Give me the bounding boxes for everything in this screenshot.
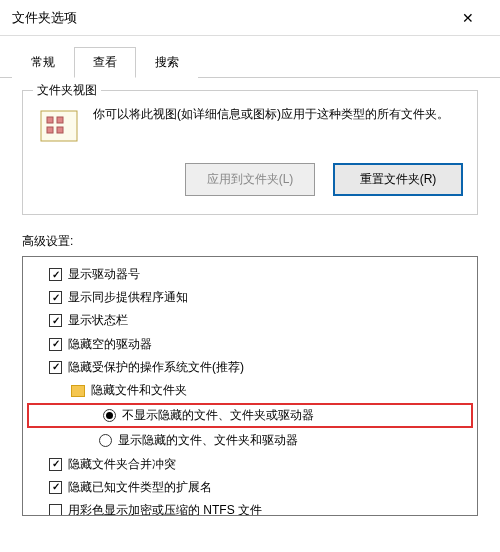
tree-checkbox-item[interactable]: 用彩色显示加密或压缩的 NTFS 文件: [27, 499, 473, 516]
svg-rect-1: [47, 117, 53, 123]
apply-to-folders-button: 应用到文件夹(L): [185, 163, 315, 196]
titlebar: 文件夹选项 ✕: [0, 0, 500, 36]
folder-view-group: 文件夹视图 你可以将此视图(如详细信息或图标)应用于这种类型的所有文件夹。 应用…: [22, 90, 478, 215]
advanced-settings-list[interactable]: 显示驱动器号显示同步提供程序通知显示状态栏隐藏空的驱动器隐藏受保护的操作系统文件…: [22, 256, 478, 516]
checkbox-icon[interactable]: [49, 268, 62, 281]
tree-checkbox-item[interactable]: 显示驱动器号: [27, 263, 473, 286]
tab-search[interactable]: 搜索: [136, 47, 198, 78]
folder-view-description: 你可以将此视图(如详细信息或图标)应用于这种类型的所有文件夹。: [93, 105, 463, 123]
item-label: 隐藏受保护的操作系统文件(推荐): [68, 358, 244, 377]
svg-rect-4: [57, 127, 63, 133]
tree-checkbox-item[interactable]: 隐藏已知文件类型的扩展名: [27, 476, 473, 499]
folder-icon: [71, 385, 85, 397]
tab-view[interactable]: 查看: [74, 47, 136, 78]
checkbox-icon[interactable]: [49, 291, 62, 304]
item-label: 不显示隐藏的文件、文件夹或驱动器: [122, 406, 314, 425]
checkbox-icon[interactable]: [49, 314, 62, 327]
checkbox-icon[interactable]: [49, 338, 62, 351]
item-label: 显示隐藏的文件、文件夹和驱动器: [118, 431, 298, 450]
tree-checkbox-item[interactable]: 隐藏空的驱动器: [27, 333, 473, 356]
tree-folder-node: 隐藏文件和文件夹: [27, 379, 473, 402]
checkbox-icon[interactable]: [49, 481, 62, 494]
tree-checkbox-item[interactable]: 隐藏文件夹合并冲突: [27, 453, 473, 476]
radio-icon[interactable]: [99, 434, 112, 447]
item-label: 显示驱动器号: [68, 265, 140, 284]
reset-folders-button[interactable]: 重置文件夹(R): [333, 163, 463, 196]
tab-general[interactable]: 常规: [12, 47, 74, 78]
window-title: 文件夹选项: [12, 9, 77, 27]
item-label: 用彩色显示加密或压缩的 NTFS 文件: [68, 501, 262, 516]
svg-rect-2: [57, 117, 63, 123]
radio-icon[interactable]: [103, 409, 116, 422]
group-title: 文件夹视图: [33, 82, 101, 99]
highlighted-option: 不显示隐藏的文件、文件夹或驱动器: [27, 403, 473, 428]
tab-content: 文件夹视图 你可以将此视图(如详细信息或图标)应用于这种类型的所有文件夹。 应用…: [0, 78, 500, 528]
svg-rect-3: [47, 127, 53, 133]
close-button[interactable]: ✕: [448, 4, 488, 32]
item-label: 隐藏文件夹合并冲突: [68, 455, 176, 474]
item-label: 显示状态栏: [68, 311, 128, 330]
tree-radio-item[interactable]: 不显示隐藏的文件、文件夹或驱动器: [31, 406, 469, 425]
svg-rect-0: [41, 111, 77, 141]
tab-bar: 常规 查看 搜索: [0, 36, 500, 78]
item-label: 隐藏已知文件类型的扩展名: [68, 478, 212, 497]
item-label: 隐藏文件和文件夹: [91, 381, 187, 400]
tree-radio-item[interactable]: 显示隐藏的文件、文件夹和驱动器: [27, 429, 473, 452]
item-label: 显示同步提供程序通知: [68, 288, 188, 307]
tree-checkbox-item[interactable]: 隐藏受保护的操作系统文件(推荐): [27, 356, 473, 379]
tree-checkbox-item[interactable]: 显示状态栏: [27, 309, 473, 332]
folder-options-icon: [37, 105, 81, 149]
item-label: 隐藏空的驱动器: [68, 335, 152, 354]
tree-checkbox-item[interactable]: 显示同步提供程序通知: [27, 286, 473, 309]
advanced-label: 高级设置:: [22, 233, 478, 250]
checkbox-icon[interactable]: [49, 361, 62, 374]
checkbox-icon[interactable]: [49, 504, 62, 516]
checkbox-icon[interactable]: [49, 458, 62, 471]
